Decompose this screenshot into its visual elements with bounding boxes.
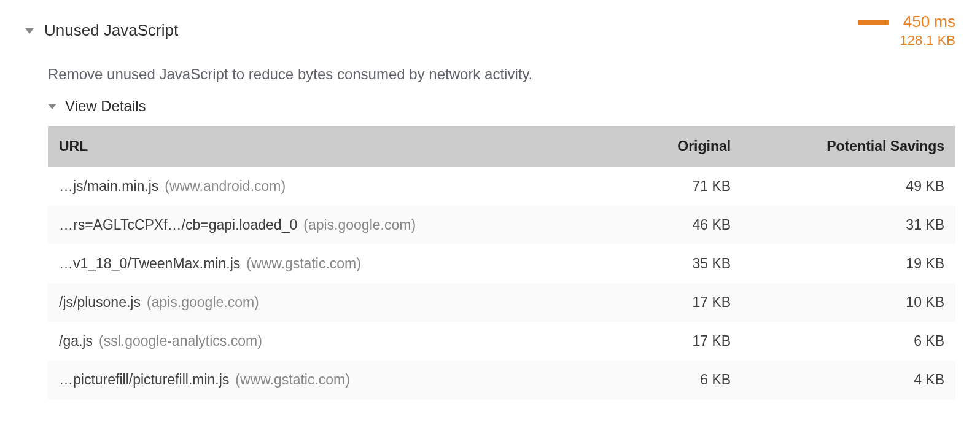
cell-savings: 6 KB xyxy=(742,322,955,361)
table-wrapper: URL Original Potential Savings …js/main.… xyxy=(48,126,955,399)
audit-title: Unused JavaScript xyxy=(44,21,178,40)
cell-url: …v1_18_0/TweenMax.min.js(www.gstatic.com… xyxy=(48,244,626,283)
url-path: …rs=AGLTcCPXf…/cb=gapi.loaded_0 xyxy=(59,217,297,233)
url-host: (www.gstatic.com) xyxy=(235,372,350,388)
header-original[interactable]: Original xyxy=(626,126,742,167)
cell-savings: 19 KB xyxy=(742,244,955,283)
cell-savings: 49 KB xyxy=(742,167,955,206)
savings-time: 450 ms xyxy=(903,12,955,31)
cell-original: 46 KB xyxy=(626,206,742,244)
cell-url: /js/plusone.js(apis.google.com) xyxy=(48,283,626,322)
audit-header-left: Unused JavaScript xyxy=(25,21,178,40)
url-host: (ssl.google-analytics.com) xyxy=(99,333,262,349)
table-row[interactable]: …rs=AGLTcCPXf…/cb=gapi.loaded_0(apis.goo… xyxy=(48,206,955,244)
table-header-row: URL Original Potential Savings xyxy=(48,126,955,167)
url-path: …js/main.min.js xyxy=(59,178,158,194)
url-host: (apis.google.com) xyxy=(147,294,259,310)
header-savings[interactable]: Potential Savings xyxy=(742,126,955,167)
header-url[interactable]: URL xyxy=(48,126,626,167)
savings-size: 128.1 KB xyxy=(900,33,955,49)
audit-header[interactable]: Unused JavaScript 450 ms 128.1 KB xyxy=(25,12,955,49)
cell-url: …js/main.min.js(www.android.com) xyxy=(48,167,626,206)
cell-url: …rs=AGLTcCPXf…/cb=gapi.loaded_0(apis.goo… xyxy=(48,206,626,244)
cell-url: /ga.js(ssl.google-analytics.com) xyxy=(48,322,626,361)
savings-table: URL Original Potential Savings …js/main.… xyxy=(48,126,955,399)
cell-original: 17 KB xyxy=(626,322,742,361)
savings-row: 450 ms xyxy=(858,12,955,31)
url-host: (www.android.com) xyxy=(165,178,286,194)
table-row[interactable]: …js/main.min.js(www.android.com)71 KB49 … xyxy=(48,167,955,206)
cell-savings: 31 KB xyxy=(742,206,955,244)
url-path: …v1_18_0/TweenMax.min.js xyxy=(59,255,240,271)
cell-original: 17 KB xyxy=(626,283,742,322)
cell-url: …picturefill/picturefill.min.js(www.gsta… xyxy=(48,361,626,399)
url-path: /ga.js xyxy=(59,333,93,349)
table-row[interactable]: /js/plusone.js(apis.google.com)17 KB10 K… xyxy=(48,283,955,322)
audit-container: Unused JavaScript 450 ms 128.1 KB Remove… xyxy=(25,12,955,399)
audit-description: Remove unused JavaScript to reduce bytes… xyxy=(48,66,955,83)
cell-original: 6 KB xyxy=(626,361,742,399)
table-row[interactable]: …picturefill/picturefill.min.js(www.gsta… xyxy=(48,361,955,399)
caret-down-icon xyxy=(25,28,34,34)
view-details-label: View Details xyxy=(65,98,146,115)
cell-original: 71 KB xyxy=(626,167,742,206)
url-host: (apis.google.com) xyxy=(303,217,416,233)
url-path: …picturefill/picturefill.min.js xyxy=(59,372,229,388)
cell-savings: 4 KB xyxy=(742,361,955,399)
cell-savings: 10 KB xyxy=(742,283,955,322)
table-row[interactable]: …v1_18_0/TweenMax.min.js(www.gstatic.com… xyxy=(48,244,955,283)
savings-bar-icon xyxy=(858,20,889,25)
table-row[interactable]: /ga.js(ssl.google-analytics.com)17 KB6 K… xyxy=(48,322,955,361)
url-path: /js/plusone.js xyxy=(59,294,141,310)
url-host: (www.gstatic.com) xyxy=(246,255,361,271)
caret-down-icon xyxy=(48,104,56,109)
cell-original: 35 KB xyxy=(626,244,742,283)
audit-header-right: 450 ms 128.1 KB xyxy=(858,12,955,49)
view-details-toggle[interactable]: View Details xyxy=(48,98,955,115)
